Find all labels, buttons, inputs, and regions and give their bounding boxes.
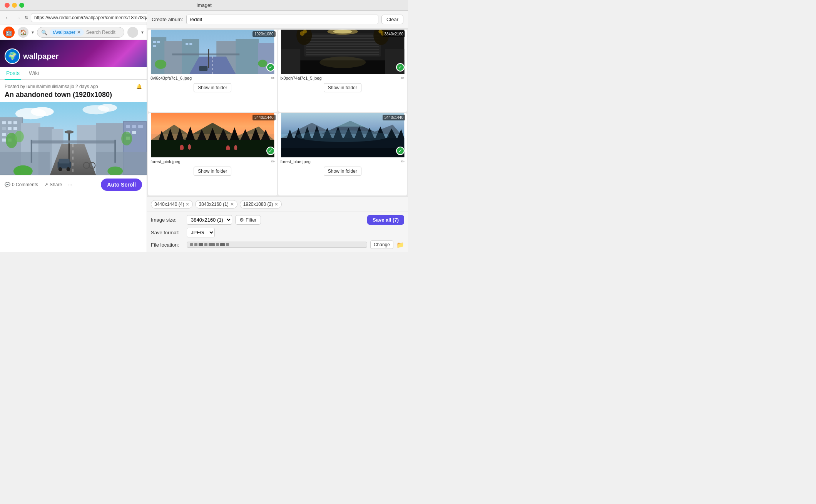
svg-rect-10 [2,127,6,130]
window-controls[interactable] [5,3,24,8]
svg-rect-75 [306,43,379,45]
maximize-button[interactable] [19,3,24,8]
show-folder-button-2[interactable]: Show in folder [194,167,231,176]
folder-icon-button[interactable]: 📁 [396,241,404,249]
filter-tag-1-label: 3840x2160 (1) [199,202,228,207]
tab-posts[interactable]: Posts [5,67,21,80]
svg-rect-59 [153,45,156,47]
subreddit-badge-text: r/wallpaper [53,30,75,35]
image-1-footer: lx0pqh74al7c1_5.jpeg ✏ [278,74,407,82]
refresh-button[interactable]: ↻ [25,15,28,20]
more-label: ··· [68,182,72,187]
album-label: Create album: [152,17,183,22]
show-folder-button-1[interactable]: Show in folder [324,83,361,92]
post-image [0,102,147,175]
edit-icon-1[interactable]: ✏ [401,75,405,81]
filter-tag-2-close[interactable]: ✕ [274,202,278,207]
svg-rect-71 [304,33,381,57]
tab-wiki[interactable]: Wiki [27,67,40,80]
post-area[interactable]: Posted by u/muhaiminulislamsajib 2 days … [0,80,147,252]
filter-icon: ⚙ [239,217,244,223]
svg-rect-78 [306,52,379,53]
svg-rect-133 [281,148,404,157]
subreddit-badge: r/wallpaper ✕ [50,29,84,36]
image-3-footer: forest_blue.jpeg ✏ [278,157,407,166]
filter-tag-2-label: 1920x1080 (2) [243,202,273,207]
close-button[interactable] [5,3,10,8]
image-card-2: 3440x1440 ✓ forest_pink.jpeg ✏ Show in f… [148,113,277,195]
image-0-check[interactable]: ✓ [266,63,275,72]
minimize-button[interactable] [12,3,17,8]
browser-panel: ← → ↻ https://www.reddit.com/r/wallpaper… [0,11,147,252]
show-folder-button-3[interactable]: Show in folder [324,167,361,176]
filter-button[interactable]: ⚙ Filter [235,215,261,225]
svg-rect-74 [306,41,379,42]
forward-button[interactable]: → [14,14,22,22]
post-author: Posted by u/muhaiminulislamsajib 2 days … [5,84,98,89]
svg-rect-15 [2,139,6,142]
save-format-select[interactable]: JPEG PNG WEBP [187,228,215,237]
filter-tag-0-close[interactable]: ✕ [186,202,189,207]
image-grid: 1920x1080 ✓ 8vi6c43pfa7c1_6.jpeg ✏ Show … [147,28,408,197]
svg-rect-66 [172,53,239,55]
svg-rect-113 [151,150,274,157]
share-button[interactable]: ↗ Share [44,182,62,187]
home-icon[interactable]: 🏠 [18,27,28,38]
filter-tag-1-close[interactable]: ✕ [230,202,234,207]
profile-chevron-icon: ▾ [141,30,144,35]
imaget-panel: Create album: Clear [147,11,408,252]
show-folder-button-0[interactable]: Show in folder [194,83,231,92]
album-bar: Create album: Clear [147,11,408,28]
image-3-resolution: 3440x1440 [383,115,406,120]
back-button[interactable]: ← [3,14,12,22]
auto-scroll-button[interactable]: Auto Scroll [101,179,142,191]
clear-button[interactable]: Clear [381,15,403,24]
svg-rect-68 [199,66,207,71]
badge-close-icon[interactable]: ✕ [77,30,81,35]
change-button[interactable]: Change [370,240,393,249]
reddit-logo: 🤖 [3,27,15,38]
filter-tag-0: 3440x1440 (4) ✕ [151,200,193,209]
svg-point-91 [378,30,382,33]
svg-point-36 [121,132,132,145]
image-card-0: 1920x1080 ✓ 8vi6c43pfa7c1_6.jpeg ✏ Show … [148,30,277,112]
edit-icon-2[interactable]: ✏ [271,159,275,164]
image-2-check[interactable]: ✓ [266,147,275,155]
image-1-check[interactable]: ✓ [396,63,405,72]
image-3-check[interactable]: ✓ [396,147,405,155]
filter-tag-1: 3840x2160 (1) ✕ [195,200,237,209]
svg-rect-72 [306,35,379,37]
subreddit-name: wallpaper [23,52,59,61]
svg-rect-79 [306,54,379,55]
image-3-filename: forest_blue.jpeg [281,159,401,164]
image-card-3: 3440x1440 ✓ forest_blue.jpeg ✏ Show in f… [278,113,407,195]
chevron-icon: ▾ [32,30,34,35]
svg-point-64 [155,60,166,69]
svg-rect-40 [59,159,70,164]
svg-point-83 [319,57,366,68]
edit-icon-3[interactable]: ✏ [401,159,405,164]
image-thumb-3: 3440x1440 ✓ [278,113,407,157]
image-size-select[interactable]: 3840x2160 (1) 3440x1440 (4) 1920x1080 (2… [187,215,232,225]
filter-tag-0-label: 3440x1440 (4) [154,202,184,207]
image-card-1: 3840x2160 ✓ lx0pqh74al7c1_5.jpeg ✏ Show … [278,30,407,112]
search-bar[interactable]: 🔍 r/wallpaper ✕ Search Reddit [37,27,124,38]
post-title: An abandoned town (1920x1080) [0,91,147,102]
svg-point-65 [258,60,267,67]
svg-point-41 [59,167,62,171]
album-input[interactable] [186,15,378,24]
share-label: Share [50,182,62,187]
edit-icon-0[interactable]: ✏ [271,75,275,81]
app-title: Imaget [196,2,212,8]
svg-point-2 [31,107,54,116]
more-button[interactable]: ··· [68,182,72,187]
svg-rect-8 [8,121,12,124]
post-image-svg [0,102,147,175]
save-all-button[interactable]: Save all (7) [367,215,404,225]
svg-rect-48 [31,140,32,163]
image-0-filename: 8vi6c43pfa7c1_6.jpeg [150,76,271,80]
svg-rect-57 [153,41,156,43]
image-2-filename: forest_pink.jpeg [150,159,271,164]
search-placeholder: Search Reddit [86,30,115,35]
comments-button[interactable]: 💬 0 Comments [5,182,38,187]
